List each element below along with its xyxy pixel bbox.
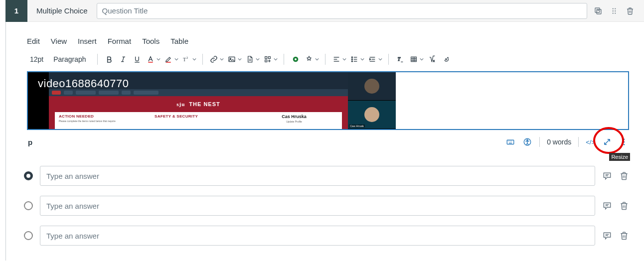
svg-rect-41 [411,57,416,61]
editor-menubar: Edit View Insert Format Tools Table [27,37,629,45]
svg-point-30 [351,57,352,58]
link-icon[interactable] [208,52,225,67]
table-icon[interactable] [408,52,425,67]
answer-radio[interactable] [24,171,33,180]
more-options-icon[interactable] [619,137,629,147]
site-title: THE NEST [189,101,220,107]
underline-icon[interactable] [131,52,144,67]
embed-icon[interactable] [440,52,453,67]
editor-toolbar: 12pt Paragraph T2 [27,50,629,68]
italic-icon[interactable] [117,52,130,67]
svg-rect-23 [268,57,270,59]
document-icon[interactable] [244,52,261,67]
site-logo: sju [176,101,185,107]
resize-tooltip: Resize [609,153,630,161]
svg-point-32 [351,61,352,62]
clear-formatting-icon[interactable]: T [394,52,407,67]
card-profile-sub: Update Profile [250,120,338,123]
participant-name: Cas Hrusk [349,125,365,128]
card-action-sub: Please complete the items noted below th… [59,120,147,123]
font-size-select[interactable]: 12pt [27,55,49,63]
duplicate-icon[interactable] [591,4,605,18]
menu-tools[interactable]: Tools [142,37,160,45]
answer-input[interactable] [40,196,595,216]
answer-row [24,166,629,186]
answer-delete-icon[interactable] [619,231,629,241]
card-profile-name: Cas Hruska [250,114,338,119]
menu-view[interactable]: View [51,37,67,45]
image-icon[interactable] [226,52,243,67]
block-format-select[interactable]: Paragraph [50,55,92,63]
font-size-label: 12pt [30,55,43,63]
menu-insert[interactable]: Insert [78,37,97,45]
answer-row [24,196,629,216]
svg-rect-14 [148,62,153,62]
answer-input[interactable] [40,166,595,186]
answer-comment-icon[interactable] [602,231,612,241]
bullet-list-icon[interactable] [348,52,365,67]
svg-point-55 [527,139,528,140]
svg-text:2: 2 [186,56,188,59]
accessibility-checker-icon[interactable] [522,137,532,147]
svg-point-56 [624,138,625,140]
svg-text:T: T [183,57,186,62]
svg-point-47 [445,59,447,60]
card-safety-heading: SAFETY & SECURITY [155,114,242,119]
svg-point-5 [615,8,616,9]
svg-line-12 [122,57,124,61]
svg-rect-48 [507,140,514,144]
editor-statusbar: p 0 words </> Resize [27,133,629,151]
svg-point-8 [613,12,614,13]
highlight-color-icon[interactable] [162,52,179,67]
media-options-icon[interactable] [303,52,320,67]
apps-icon[interactable] [262,52,279,67]
bold-icon[interactable] [103,52,116,67]
svg-point-26 [295,58,297,60]
svg-rect-22 [265,57,267,59]
answer-radio[interactable] [24,201,33,210]
answer-radio[interactable] [24,231,33,240]
text-color-icon[interactable] [145,52,161,67]
answer-delete-icon[interactable] [619,171,629,181]
answer-delete-icon[interactable] [619,201,629,211]
superscript-icon[interactable]: T2 [180,52,197,67]
svg-point-9 [615,12,616,13]
video-title-overlay: video1688640770 [38,77,129,90]
answers-section [6,156,644,261]
delete-question-icon[interactable] [623,4,637,18]
question-type-label[interactable]: Multiple Choice [27,6,97,15]
svg-rect-24 [265,60,267,62]
svg-rect-15 [166,62,170,62]
answer-comment-icon[interactable] [602,171,612,181]
svg-point-6 [613,10,614,11]
drag-handle-icon[interactable] [607,4,621,18]
svg-text:T: T [397,57,400,62]
card-action-heading: ACTION NEEDED [59,114,147,119]
keyboard-shortcuts-icon[interactable] [505,137,515,147]
indent-icon[interactable] [366,52,383,67]
svg-point-4 [613,8,614,9]
svg-point-58 [624,144,625,145]
align-icon[interactable] [330,52,347,67]
question-title-input[interactable] [97,3,587,19]
equation-icon[interactable]: x [426,52,439,67]
fullscreen-icon[interactable] [602,137,612,147]
embedded-video[interactable]: video1688640770 sju [28,72,396,129]
svg-text:x: x [433,59,435,62]
question-number: 1 [5,0,27,22]
record-media-icon[interactable] [289,52,302,67]
menu-format[interactable]: Format [108,37,132,45]
menu-edit[interactable]: Edit [27,37,40,45]
element-path[interactable]: p [27,138,32,146]
rich-content-editor[interactable]: video1688640770 sju [27,71,629,130]
html-editor-toggle[interactable]: </> [586,137,595,147]
svg-point-31 [351,59,352,60]
svg-point-7 [615,10,616,11]
answer-comment-icon[interactable] [602,201,612,211]
svg-point-57 [624,141,625,143]
answer-input[interactable] [40,226,595,246]
question-header: 1 Multiple Choice [6,0,644,22]
menu-table[interactable]: Table [170,37,188,45]
word-count: 0 words [547,138,571,146]
answer-row [24,226,629,246]
